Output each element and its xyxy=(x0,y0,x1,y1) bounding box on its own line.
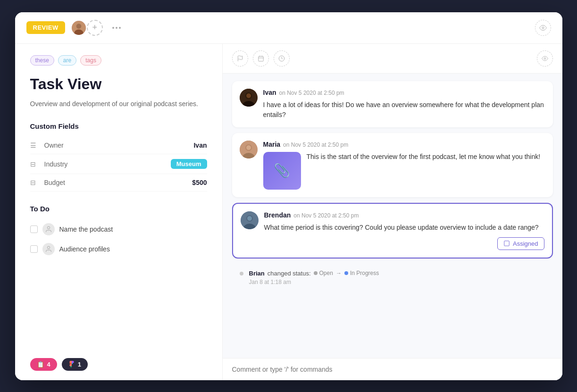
custom-fields: Custom Fields ☰ Owner Ivan ⊟ Industry Mu… xyxy=(30,122,207,192)
checkbox-icon xyxy=(503,240,510,247)
svg-point-12 xyxy=(544,58,546,59)
todo-checkbox-2[interactable] xyxy=(30,245,38,253)
clock-icon-button[interactable] xyxy=(274,50,290,67)
right-panel: Ivan on Nov 5 2020 at 2:50 pm I have a l… xyxy=(223,44,562,380)
task-title: Task View xyxy=(30,75,207,93)
maria-time: on Nov 5 2020 at 2:50 pm xyxy=(283,142,348,148)
budget-label: Budget xyxy=(44,179,192,186)
owner-value: Ivan xyxy=(193,142,207,149)
brendan-text: What time period is this covering? Could… xyxy=(264,223,544,233)
owner-label: Owner xyxy=(44,142,194,149)
todo-checkbox-1[interactable] xyxy=(30,225,38,233)
ivan-comment-header: Ivan on Nov 5 2020 at 2:50 pm xyxy=(263,89,545,96)
right-toolbar xyxy=(223,44,562,74)
attachment-thumbnail: 📎 xyxy=(263,152,301,190)
avatar-main xyxy=(71,20,87,36)
comments-area: Ivan on Nov 5 2020 at 2:50 pm I have a l… xyxy=(223,74,562,358)
ivan-author: Ivan xyxy=(263,89,276,96)
eye-icon-button[interactable] xyxy=(535,20,551,36)
ivan-comment-body: Ivan on Nov 5 2020 at 2:50 pm I have a l… xyxy=(263,89,545,120)
status-action: changed status: xyxy=(268,270,311,277)
svg-point-4 xyxy=(47,226,50,229)
custom-fields-title: Custom Fields xyxy=(30,122,207,130)
tag-are[interactable]: are xyxy=(58,55,76,66)
figma-icon xyxy=(68,361,75,367)
industry-icon: ⊟ xyxy=(30,160,40,168)
comment-maria: Maria on Nov 5 2020 at 2:50 pm 📎 This is… xyxy=(232,133,553,197)
tag-these[interactable]: these xyxy=(30,55,54,66)
dot-progress xyxy=(344,271,348,275)
assigned-label: Assigned xyxy=(513,240,538,247)
field-budget: ⊟ Budget $500 xyxy=(30,174,207,192)
industry-label: Industry xyxy=(44,160,171,168)
maria-text: This is the start of the overview for th… xyxy=(307,152,541,162)
dot-open xyxy=(314,271,318,275)
maria-comment-content: 📎 This is the start of the overview for … xyxy=(263,152,545,190)
figma-count: 1 xyxy=(78,361,81,368)
main-content: these are tags Task View Overview and de… xyxy=(15,44,562,380)
svg-rect-25 xyxy=(504,241,510,246)
assigned-row: Assigned xyxy=(264,237,544,250)
todo-title: To Do xyxy=(30,205,207,213)
maria-comment-body: Maria on Nov 5 2020 at 2:50 pm 📎 This is… xyxy=(263,141,545,190)
brendan-avatar xyxy=(241,211,259,229)
add-avatar-button[interactable]: + xyxy=(87,20,103,36)
ivan-time: on Nov 5 2020 at 2:50 pm xyxy=(279,90,344,96)
arrow-icon: → xyxy=(336,270,342,276)
comment-input[interactable] xyxy=(232,366,553,373)
comment-ivan: Ivan on Nov 5 2020 at 2:50 pm I have a l… xyxy=(232,81,553,127)
maria-comment-header: Maria on Nov 5 2020 at 2:50 pm xyxy=(263,141,545,148)
budget-icon: ⊟ xyxy=(30,179,40,186)
todo-section: To Do Name the podcast xyxy=(30,205,207,259)
todo-avatar-1 xyxy=(42,223,55,235)
assigned-button[interactable]: Assigned xyxy=(497,237,544,250)
app-container: REVIEW + xyxy=(15,12,562,380)
svg-point-3 xyxy=(542,27,544,29)
tag-tags[interactable]: tags xyxy=(80,55,101,66)
svg-point-20 xyxy=(246,145,251,150)
svg-point-16 xyxy=(246,93,251,98)
toolbar-right xyxy=(535,20,551,36)
svg-point-5 xyxy=(47,246,50,249)
more-options-button[interactable] xyxy=(112,27,121,29)
figma-badge[interactable]: 1 xyxy=(62,358,88,371)
ivan-text: I have a lot of ideas for this! Do we ha… xyxy=(263,100,545,120)
status-change: Brian changed status: Open → In Progress xyxy=(232,264,553,291)
toolbar-left: REVIEW + xyxy=(26,20,529,36)
todo-item: Audience profiles xyxy=(30,239,207,259)
task-description: Overview and development of our original… xyxy=(30,99,207,109)
status-timestamp: Jan 8 at 1:18 am xyxy=(249,279,379,285)
budget-value: $500 xyxy=(192,179,207,186)
status-content: Brian changed status: Open → In Progress xyxy=(249,270,379,285)
todo-avatar-2 xyxy=(42,243,55,255)
attachment-icon: 📎 xyxy=(274,163,290,178)
brendan-author: Brendan xyxy=(264,211,291,219)
right-toolbar-icons xyxy=(232,50,290,67)
review-badge: REVIEW xyxy=(26,21,65,34)
brendan-time: on Nov 5 2020 at 2:50 pm xyxy=(293,212,359,219)
industry-value[interactable]: Museum xyxy=(171,159,207,169)
field-industry: ⊟ Industry Museum xyxy=(30,154,207,174)
svg-point-1 xyxy=(76,24,82,29)
svg-point-24 xyxy=(247,216,252,221)
status-from: Open xyxy=(314,270,333,276)
svg-rect-7 xyxy=(258,56,263,61)
bottom-badges: 📋 4 1 xyxy=(30,358,88,371)
eye-right-icon-button[interactable] xyxy=(537,50,553,67)
status-dot xyxy=(240,272,243,275)
left-panel: these are tags Task View Overview and de… xyxy=(15,44,223,380)
comment-input-area xyxy=(223,358,562,380)
notion-badge[interactable]: 📋 4 xyxy=(30,358,57,371)
calendar-icon-button[interactable] xyxy=(253,50,269,67)
maria-author: Maria xyxy=(263,141,281,148)
avatar-group: + xyxy=(71,20,103,36)
field-owner: ☰ Owner Ivan xyxy=(30,137,207,154)
todo-text-1: Name the podcast xyxy=(59,225,113,233)
todo-text-2: Audience profiles xyxy=(59,245,110,253)
tags-row: these are tags xyxy=(30,55,207,66)
notion-icon: 📋 xyxy=(37,361,44,368)
flag-icon-button[interactable] xyxy=(232,50,248,67)
todo-item: Name the podcast xyxy=(30,219,207,239)
status-author: Brian xyxy=(249,270,265,277)
comment-brendan: Brendan on Nov 5 2020 at 2:50 pm What ti… xyxy=(232,203,553,259)
